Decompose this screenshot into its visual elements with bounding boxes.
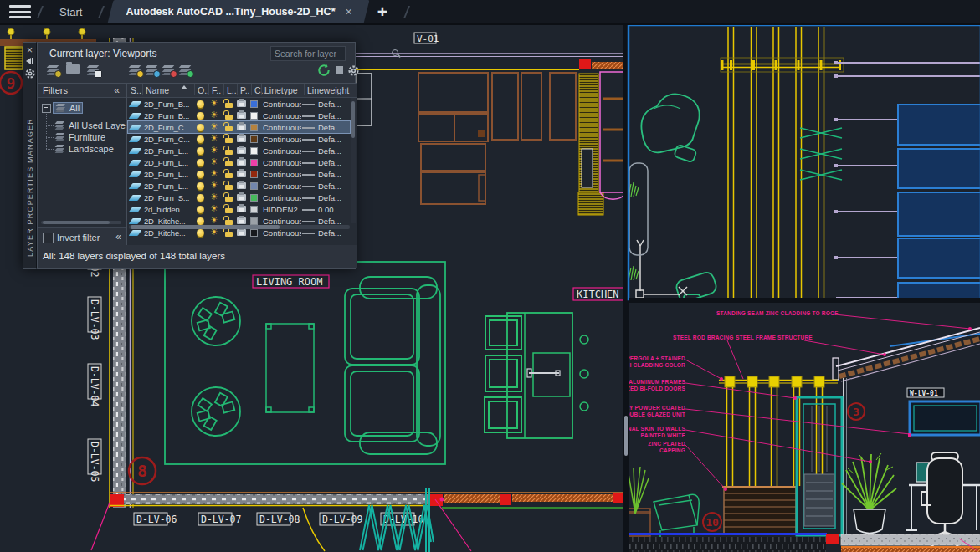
on-icon[interactable] — [197, 217, 204, 225]
lock-icon[interactable] — [225, 103, 233, 108]
layer-row[interactable]: 2D_Furn_B... ☀ Continuous Defa... — [128, 110, 350, 121]
on-icon[interactable] — [197, 147, 204, 155]
plot-icon[interactable] — [237, 171, 246, 177]
pause-updates-icon[interactable] — [336, 66, 343, 74]
new-layer-vp-frozen-button[interactable] — [145, 65, 160, 77]
blue-panels[interactable] — [898, 105, 980, 304]
set-current-layer-button[interactable] — [178, 65, 193, 77]
layer-row-selected[interactable]: 2D_Furn_C... ☀ Continuous Defa... — [128, 121, 350, 133]
filter-tree-all[interactable]: All — [42, 102, 82, 114]
refresh-icon[interactable] — [317, 64, 331, 77]
palette-title-bar[interactable]: × LAYER PROPERTIES MANAGER — [23, 42, 37, 269]
app-menu-icon[interactable] — [9, 5, 31, 18]
layer-row[interactable]: 2D_Furn_L... ☀ Continuous Defa... — [128, 145, 350, 156]
plot-icon[interactable] — [237, 206, 246, 212]
layer-row[interactable]: 2D_Furn_S... ☀ Continuous Defa... — [128, 192, 350, 203]
close-icon[interactable]: × — [23, 45, 36, 56]
layer-list-vscrollbar[interactable] — [351, 98, 356, 223]
freeze-icon[interactable]: ☀ — [210, 192, 218, 203]
color-swatch[interactable] — [250, 171, 258, 178]
layer-list-header[interactable]: S.. Name O.. F.. L.. P.. C.. Linetype Li… — [127, 84, 357, 98]
layer-search[interactable] — [270, 46, 346, 61]
invert-filter-checkbox[interactable] — [43, 233, 54, 243]
on-icon[interactable] — [197, 100, 204, 108]
on-icon[interactable] — [197, 124, 204, 131]
freeze-icon[interactable]: ☀ — [210, 121, 218, 133]
plot-icon[interactable] — [237, 112, 246, 119]
collapse-icon[interactable]: « — [115, 231, 121, 243]
color-swatch[interactable] — [250, 217, 258, 225]
on-icon[interactable] — [197, 112, 204, 120]
layer-row[interactable]: 2D_Furn_L... ☀ Continuous Defa... — [128, 156, 350, 168]
plot-icon[interactable] — [237, 229, 246, 236]
on-icon[interactable] — [197, 229, 204, 237]
freeze-icon[interactable]: ☀ — [210, 156, 218, 168]
new-property-filter-button[interactable] — [46, 65, 61, 77]
lock-icon[interactable] — [225, 197, 233, 202]
color-swatch[interactable] — [250, 182, 258, 190]
lock-icon[interactable] — [225, 232, 233, 237]
plot-icon[interactable] — [237, 194, 246, 201]
color-swatch[interactable] — [250, 229, 258, 237]
new-tab-button[interactable]: + — [367, 1, 398, 23]
layer-row[interactable]: 2d_hidden ☀ HIDDEN2 0.00... — [128, 203, 350, 215]
collapse-filters-icon[interactable]: « — [114, 84, 120, 96]
color-swatch[interactable] — [250, 147, 258, 155]
lock-icon[interactable] — [225, 208, 233, 213]
viewport-top[interactable] — [629, 25, 980, 304]
on-icon[interactable] — [197, 159, 204, 166]
lock-icon[interactable] — [225, 150, 233, 155]
lock-icon[interactable] — [225, 126, 233, 131]
filter-tree-all-used[interactable]: All Used Laye — [55, 120, 126, 131]
plot-icon[interactable] — [237, 100, 246, 107]
plot-icon[interactable] — [237, 124, 246, 130]
layer-row[interactable]: 2D_Furn_L... ☀ Continuous Defa... — [128, 180, 350, 192]
divider-scroll-handle[interactable] — [624, 416, 628, 456]
plot-icon[interactable] — [237, 135, 246, 142]
delete-layer-button[interactable] — [162, 65, 177, 77]
color-swatch[interactable] — [250, 112, 258, 120]
lock-icon[interactable] — [225, 115, 233, 120]
on-icon[interactable] — [197, 206, 204, 213]
layer-row[interactable]: 2D_Furn_B... ☀ Continuous Defa... — [128, 98, 350, 110]
tree-collapse-icon[interactable] — [42, 104, 51, 113]
plot-icon[interactable] — [237, 217, 246, 224]
on-icon[interactable] — [197, 194, 204, 202]
new-group-filter-button[interactable] — [66, 64, 80, 74]
freeze-icon[interactable]: ☀ — [210, 110, 218, 121]
tab-start[interactable]: Start — [49, 0, 92, 23]
gear-icon[interactable] — [347, 64, 360, 77]
planter[interactable] — [722, 487, 798, 534]
auto-hide-icon[interactable] — [23, 56, 36, 66]
freeze-icon[interactable]: ☀ — [210, 168, 218, 180]
on-icon[interactable] — [197, 171, 204, 178]
search-input[interactable] — [271, 49, 391, 59]
plot-icon[interactable] — [237, 159, 246, 166]
color-swatch[interactable] — [250, 206, 258, 213]
freeze-icon[interactable]: ☀ — [210, 145, 218, 156]
color-swatch[interactable] — [250, 100, 258, 108]
layer-states-manager-button[interactable] — [86, 65, 101, 77]
filters-hscrollbar[interactable] — [41, 221, 121, 224]
viewport-bottom[interactable]: W-LV-01 STANDING SEAM ZINC CLADDING TO R… — [621, 303, 980, 552]
layer-row[interactable]: 2D_Furn_C... ☀ Continuous Defa... — [128, 133, 350, 145]
layer-row[interactable]: 2D_Furn_L... ☀ Continuous Defa... — [128, 168, 350, 180]
lock-icon[interactable] — [225, 185, 233, 190]
lock-icon[interactable] — [225, 161, 233, 166]
lock-icon[interactable] — [225, 173, 233, 178]
bifold-door[interactable] — [797, 397, 842, 535]
new-layer-button[interactable] — [128, 65, 143, 77]
filter-tree-furniture[interactable]: Furniture — [55, 131, 105, 143]
tab-document[interactable]: Autodesk AutoCAD ...Tiny_House-2D_HC* × — [110, 0, 367, 23]
color-swatch[interactable] — [250, 159, 258, 166]
color-swatch[interactable] — [250, 194, 258, 202]
layer-list-hscrollbar[interactable] — [129, 225, 350, 229]
plot-icon[interactable] — [237, 147, 246, 154]
lock-icon[interactable] — [225, 138, 233, 143]
freeze-icon[interactable]: ☀ — [210, 133, 218, 145]
properties-icon[interactable] — [24, 68, 36, 79]
freeze-icon[interactable]: ☀ — [210, 203, 218, 215]
filter-tree-landscape[interactable]: Landscape — [55, 143, 114, 155]
color-swatch[interactable] — [250, 124, 258, 131]
plot-icon[interactable] — [237, 182, 246, 189]
